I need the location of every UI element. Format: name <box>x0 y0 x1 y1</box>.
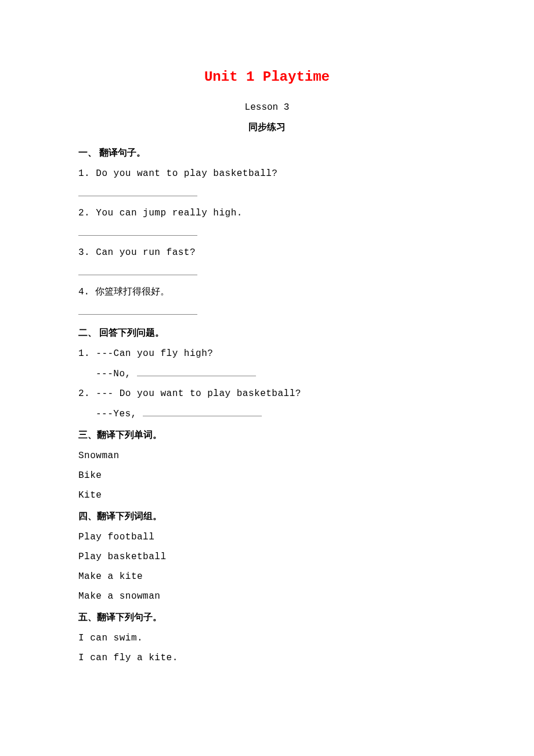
section1-header: 一、 翻译句子。 <box>78 146 456 160</box>
s2-q1-l2: ---No, <box>78 366 456 381</box>
s4-phrase3: Make a kite <box>78 570 456 584</box>
s3-word2: Bike <box>78 469 456 483</box>
s1-item2: 2. You can jump really high. <box>78 206 456 220</box>
worksheet-page: Unit 1 Playtime Lesson 3 同步练习 一、 翻译句子。 1… <box>0 0 534 705</box>
s1-blank2 <box>78 226 456 240</box>
s1-item3: 3. Can you run fast? <box>78 246 456 260</box>
s4-phrase4: Make a snowman <box>78 589 456 603</box>
s1-item1: 1. Do you want to play basketball? <box>78 167 456 181</box>
s1-item4: 4. 你篮球打得很好。 <box>78 285 456 299</box>
s2-q1-l1: 1. ---Can you fly high? <box>78 347 456 361</box>
s3-word3: Kite <box>78 488 456 502</box>
s2-q2-prefix: ---Yes, <box>96 409 143 419</box>
s4-phrase1: Play football <box>78 530 456 544</box>
unit-title: Unit 1 Playtime <box>78 67 456 88</box>
s4-phrase2: Play basketball <box>78 550 456 564</box>
section4-header: 四、翻译下列词组。 <box>78 509 456 523</box>
s2-q2-l1: 2. --- Do you want to play basketball? <box>78 387 456 401</box>
s2-q1-blank <box>137 366 256 376</box>
s1-blank3 <box>78 265 456 279</box>
s5-sent1: I can swim. <box>78 631 456 645</box>
s5-sent2: I can fly a kite. <box>78 651 456 665</box>
practice-label: 同步练习 <box>78 120 456 134</box>
s1-blank4 <box>78 305 456 319</box>
s2-q1-prefix: ---No, <box>96 369 137 379</box>
section3-header: 三、翻译下列单词。 <box>78 428 456 442</box>
section5-header: 五、翻译下列句子。 <box>78 610 456 624</box>
s2-q2-blank <box>143 406 262 416</box>
lesson-subtitle: Lesson 3 <box>78 100 456 114</box>
s3-word1: Snowman <box>78 449 456 463</box>
s2-q2-l2: ---Yes, <box>78 406 456 421</box>
section2-header: 二、 回答下列问题。 <box>78 326 456 340</box>
s1-blank1 <box>78 186 456 200</box>
